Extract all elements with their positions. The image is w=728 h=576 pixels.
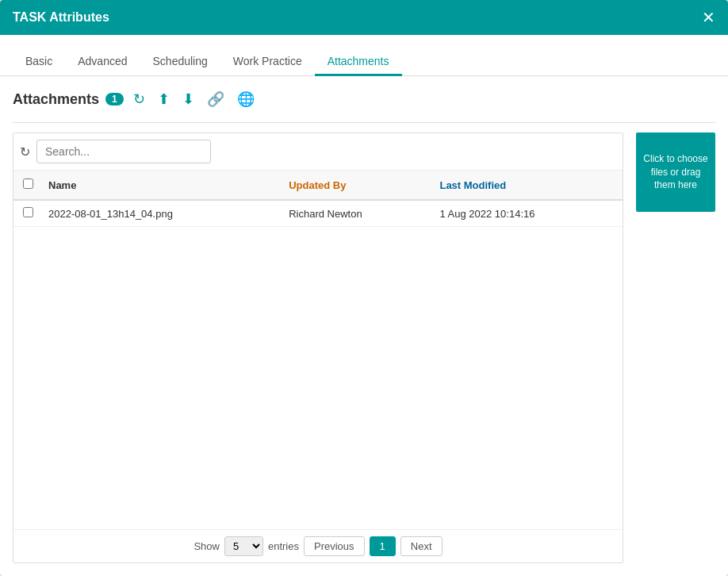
row-checkbox[interactable]: [23, 207, 33, 217]
main-area: ↻ Name Updated By Las: [13, 132, 715, 563]
search-bar: ↻: [13, 133, 623, 171]
attachments-table: Name Updated By Last Modified 2022-08-01…: [13, 171, 623, 227]
modal: TASK Attributes ✕ Basic Advanced Schedul…: [0, 0, 728, 576]
tab-attachments[interactable]: Attachments: [315, 48, 402, 76]
table-area: ↻ Name Updated By Las: [13, 132, 623, 563]
modal-title: TASK Attributes: [13, 10, 109, 25]
search-refresh-button[interactable]: ↻: [20, 144, 30, 159]
search-input[interactable]: [36, 140, 211, 163]
attachments-count-badge: 1: [105, 93, 124, 106]
entries-select[interactable]: 5 10 25 50: [224, 536, 263, 556]
row-updated-by: Richard Newton: [282, 200, 433, 227]
show-label: Show: [193, 540, 220, 552]
tab-scheduling[interactable]: Scheduling: [140, 48, 220, 76]
tab-advanced[interactable]: Advanced: [65, 48, 140, 76]
refresh-attachments-button[interactable]: ↻: [130, 89, 148, 109]
th-name: Name: [42, 171, 282, 200]
row-checkbox-cell: [13, 200, 42, 227]
th-checkbox: [13, 171, 42, 200]
modal-header: TASK Attributes ✕: [0, 0, 728, 35]
tab-work-practice[interactable]: Work Practice: [220, 48, 315, 76]
table-wrapper: Name Updated By Last Modified 2022-08-01…: [13, 171, 623, 529]
divider: [13, 122, 715, 123]
page-1-button[interactable]: 1: [370, 536, 396, 556]
table-row: 2022-08-01_13h14_04.png Richard Newton 1…: [13, 200, 623, 227]
attachments-header: Attachments 1 ↻ ⬆ ⬇ 🔗 🌐: [13, 89, 715, 109]
globe-button[interactable]: 🌐: [234, 89, 258, 109]
tabs-bar: Basic Advanced Scheduling Work Practice …: [0, 35, 728, 76]
row-last-modified: 1 Aug 2022 10:14:16: [433, 200, 623, 227]
th-last-modified: Last Modified: [433, 171, 623, 200]
select-all-checkbox[interactable]: [23, 179, 33, 189]
entries-label: entries: [268, 540, 299, 552]
download-button[interactable]: ⬇: [179, 89, 197, 109]
attachments-label: Attachments: [13, 91, 99, 108]
content-area: Attachments 1 ↻ ⬆ ⬇ 🔗 🌐 ↻: [0, 76, 728, 576]
close-button[interactable]: ✕: [702, 10, 715, 25]
tab-basic[interactable]: Basic: [13, 48, 65, 76]
table-header-row: Name Updated By Last Modified: [13, 171, 623, 200]
link-button[interactable]: 🔗: [204, 89, 228, 109]
row-name: 2022-08-01_13h14_04.png: [42, 200, 282, 227]
pagination-bar: Show 5 10 25 50 entries Previous 1 Next: [13, 529, 623, 563]
previous-button[interactable]: Previous: [304, 536, 365, 556]
upload-button[interactable]: ⬆: [155, 89, 173, 109]
th-updated-by: Updated By: [282, 171, 433, 200]
upload-dropzone[interactable]: Click to choose files or drag them here: [636, 132, 715, 212]
upload-area: Click to choose files or drag them here: [636, 132, 715, 563]
next-button[interactable]: Next: [400, 536, 443, 556]
